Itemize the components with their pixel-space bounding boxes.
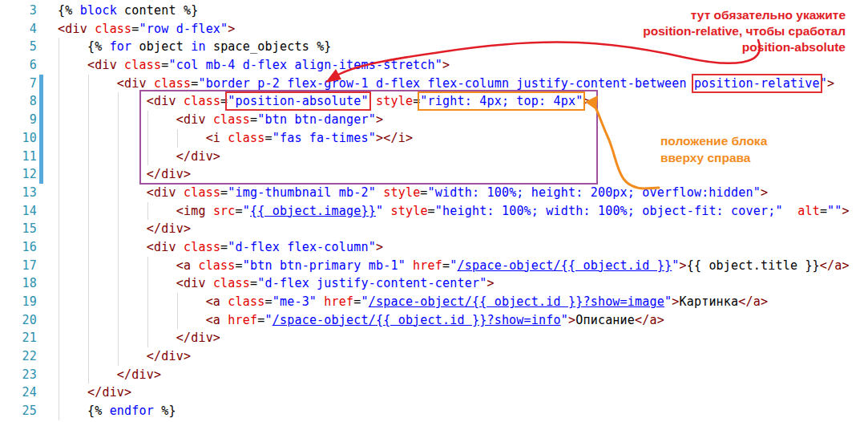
line-number[interactable]: 24	[0, 383, 37, 402]
red-boxed-token: position-relative	[694, 76, 820, 91]
line-number[interactable]: 6	[0, 56, 37, 75]
token	[406, 258, 413, 273]
code-text: <a class="btn btn-primary mb-1" href="/s…	[58, 257, 850, 275]
token: =	[250, 112, 257, 127]
token: >	[486, 276, 494, 290]
code-text: </div>	[58, 329, 220, 347]
code-line-13[interactable]: 13 <div class="img-thumbnail mb-2" style…	[0, 184, 868, 202]
token: </div>	[176, 149, 220, 164]
code-text: </div>	[58, 383, 131, 402]
token: /space-object/{{ object.id }}?show=info	[273, 313, 561, 327]
code-line-12[interactable]: 12 </div>	[0, 165, 868, 184]
line-number[interactable]: 3	[0, 2, 37, 20]
line-number[interactable]: 25	[0, 402, 37, 420]
code-area[interactable]: 3{% block content %}4<div class="row d-f…	[0, 0, 868, 422]
line-number[interactable]: 23	[0, 366, 37, 384]
code-line-24[interactable]: 24 </div>	[0, 383, 868, 402]
line-number[interactable]: 22	[0, 347, 37, 366]
token: {{ object.image}}	[250, 204, 376, 218]
line-number[interactable]: 20	[0, 311, 37, 330]
code-text: <a href="/space-object/{{ object.id }}?s…	[58, 311, 664, 330]
code-line-22[interactable]: 22 </div>	[0, 347, 868, 366]
code-text: {% block content %}	[58, 2, 198, 20]
token: <a	[206, 294, 220, 309]
token: for	[110, 39, 132, 54]
code-editor[interactable]: 3{% block content %}4<div class="row d-f…	[0, 0, 868, 422]
code-line-10[interactable]: 10 <i class="fas fa-times"></i>	[0, 129, 868, 148]
code-text: <div class="row d-flex">	[58, 20, 236, 39]
code-line-5[interactable]: 5 {% for object in space_objects %}	[0, 38, 868, 56]
line-number[interactable]: 8	[0, 92, 37, 111]
line-number[interactable]: 11	[0, 148, 37, 166]
token: /space-object/{{ object.id }}	[458, 258, 672, 273]
line-number[interactable]: 18	[0, 274, 37, 293]
line-number[interactable]: 19	[0, 293, 37, 311]
token	[147, 76, 154, 91]
token: space_objects %}	[206, 39, 332, 54]
code-line-25[interactable]: 25 {% endfor %}	[0, 402, 868, 420]
token: class	[228, 294, 264, 309]
token: </a>	[820, 258, 850, 273]
line-number[interactable]: 7	[0, 75, 37, 93]
token: <img	[176, 204, 206, 218]
line-number[interactable]: 12	[0, 165, 37, 184]
token: "	[361, 294, 369, 309]
line-number[interactable]: 10	[0, 129, 37, 148]
token: class	[124, 58, 161, 72]
token	[206, 112, 213, 127]
token: href	[324, 294, 353, 309]
code-line-7[interactable]: 7 <div class="border p-2 flex-grow-1 d-f…	[0, 75, 868, 93]
token: %}	[154, 404, 176, 418]
red-boxed-token: "position-absolute"	[228, 94, 368, 108]
code-line-21[interactable]: 21 </div>	[0, 329, 868, 347]
token: =	[353, 294, 361, 309]
token: =	[236, 204, 243, 218]
code-line-23[interactable]: 23 </div>	[0, 366, 868, 384]
token: <div	[87, 58, 117, 72]
line-number[interactable]: 14	[0, 202, 37, 221]
token	[117, 58, 124, 72]
token: "fas fa-times"	[273, 131, 376, 145]
token: >	[376, 112, 383, 127]
orange-boxed-token: "right: 4px; top: 4px"	[420, 94, 583, 108]
token: "	[450, 258, 457, 273]
code-line-8[interactable]: 8 <div class="position-absolute" style="…	[0, 92, 868, 111]
code-line-17[interactable]: 17 <a class="btn btn-primary mb-1" href=…	[0, 257, 868, 275]
code-line-19[interactable]: 19 <a class="me-3" href="/space-object/{…	[0, 293, 868, 311]
token: alt	[797, 204, 820, 218]
code-line-4[interactable]: 4<div class="row d-flex">	[0, 20, 868, 39]
token: =	[220, 240, 228, 254]
token: "	[664, 294, 672, 309]
code-line-14[interactable]: 14 <img src="{{ object.image}}" style="h…	[0, 202, 868, 221]
token	[87, 22, 95, 36]
line-number[interactable]: 15	[0, 220, 37, 238]
line-number[interactable]: 16	[0, 238, 37, 257]
token: "	[243, 204, 250, 218]
line-number[interactable]: 4	[0, 20, 37, 39]
code-line-9[interactable]: 9 <div class="btn btn-danger">	[0, 111, 868, 129]
token	[783, 204, 797, 218]
token: "width: 100%; height: 200px; overflow:hi…	[428, 185, 761, 200]
token	[206, 276, 213, 290]
token: </div>	[147, 349, 191, 363]
token: </div>	[117, 367, 161, 382]
token: >	[568, 313, 575, 327]
line-number[interactable]: 9	[0, 111, 37, 129]
token: <a	[176, 258, 191, 273]
code-line-3[interactable]: 3{% block content %}	[0, 2, 868, 20]
token: block	[80, 3, 117, 18]
line-number[interactable]: 17	[0, 257, 37, 275]
code-line-20[interactable]: 20 <a href="/space-object/{{ object.id }…	[0, 311, 868, 330]
code-line-11[interactable]: 11 </div>	[0, 148, 868, 166]
code-line-6[interactable]: 6 <div class="col mb-4 d-flex align-item…	[0, 56, 868, 75]
token	[206, 204, 213, 218]
token: {%	[87, 39, 110, 54]
code-text: <i class="fas fa-times"></i>	[58, 129, 413, 148]
line-number[interactable]: 21	[0, 329, 37, 347]
token: {{ object.title }}	[687, 258, 820, 273]
line-number[interactable]: 13	[0, 184, 37, 202]
code-line-18[interactable]: 18 <div class="d-flex justify-content-ce…	[0, 274, 868, 293]
code-line-16[interactable]: 16 <div class="d-flex flex-column">	[0, 238, 868, 257]
line-number[interactable]: 5	[0, 38, 37, 56]
code-line-15[interactable]: 15 </div>	[0, 220, 868, 238]
